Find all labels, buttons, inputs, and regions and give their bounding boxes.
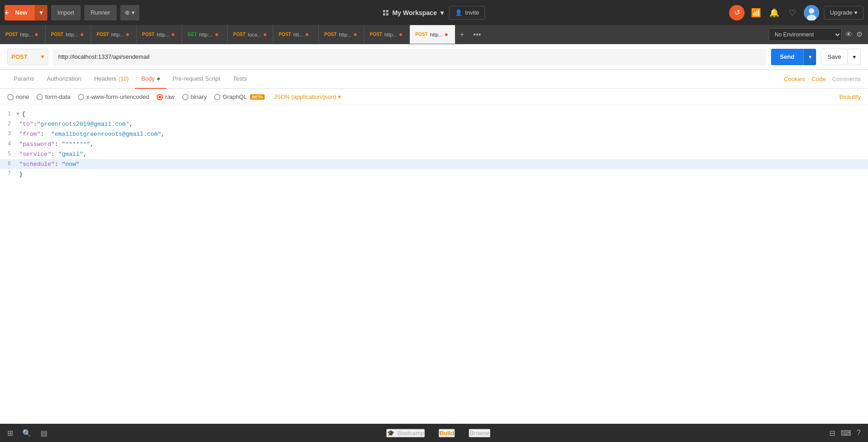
new-dropdown-arrow[interactable]: ▾ [35,5,47,21]
search-icon[interactable]: 🔍 [22,429,31,437]
save-button-group: Save ▾ [821,49,861,65]
tab-9[interactable]: POST http... [410,25,455,44]
shortcuts-icon[interactable]: ⌨ [841,429,851,437]
tab-params[interactable]: Params [7,70,41,89]
tab-5-url: loca... [248,32,261,37]
tab-1[interactable]: POST http... [46,25,91,44]
send-dropdown-button[interactable]: ▾ [803,49,816,65]
format-graphql[interactable]: GraphQL BETA [214,93,265,100]
save-dropdown-button[interactable]: ▾ [848,49,861,65]
raw-label: raw [165,93,175,100]
tab-tests[interactable]: Tests [227,70,253,89]
tab-9-dot [445,33,448,36]
graphql-label: GraphQL [223,93,247,100]
add-tab-button[interactable]: + [455,25,469,44]
tab-7[interactable]: POST http... [319,25,364,44]
navbar-right: ↺ 📶 🔔 ♡ Upgrade ▾ [729,5,863,21]
main-content: POST http... POST http... POST http... P… [0,25,868,424]
sync-icon: ↺ [734,8,740,17]
json-select-button[interactable]: JSON (application/json) ▾ [274,93,341,100]
format-none[interactable]: none [7,93,29,100]
tab-body[interactable]: Body [135,70,166,89]
form-data-label: form-data [45,93,71,100]
line-content-2: "to":"greenroots2019@gmail.com", [19,121,133,128]
line-num-7: 7 [0,171,16,177]
code-line-3: 3 "from": "emailbotgreenrooots@gmail.com… [0,129,868,139]
tab-6[interactable]: POST htt... [273,25,319,44]
tab-9-method: POST [415,32,428,37]
code-line-5: 5 "service": "gmail", [0,149,868,159]
sync-button[interactable]: ↺ [729,5,745,21]
split-view-icon[interactable]: ⊟ [829,429,835,437]
binary-label: binary [191,93,207,100]
tab-0-url: http... [20,32,33,37]
tab-8[interactable]: POST http... [364,25,410,44]
runner-button[interactable]: Runner [84,5,117,21]
raw-radio [157,94,163,100]
code-line-7: 7 } [0,169,868,179]
tab-3-method: POST [142,32,154,37]
code-line-6: 6 "schedule": "now" [0,159,868,169]
comments-link[interactable]: Comments [832,76,861,82]
format-form-data[interactable]: form-data [36,93,71,100]
code-line-2: 2 "to":"greenroots2019@gmail.com", [0,119,868,129]
tab-2[interactable]: POST http... [91,25,137,44]
avatar-svg [804,5,819,21]
environment-select[interactable]: No Environment [769,28,842,41]
tab-0-dot [35,33,38,36]
plus-icon: ⊕ [125,9,130,16]
browse-button[interactable]: Browse [469,429,490,437]
send-button[interactable]: Send [771,49,804,65]
tab-3-url: http... [157,32,169,37]
bottom-center: 🎓 Bootcamp Build Browse [56,429,820,437]
avatar[interactable] [804,5,819,21]
invite-icon: 👤 [455,9,462,16]
upgrade-arrow: ▾ [854,9,858,16]
grid-icon[interactable]: ⊞ [7,429,13,437]
json-type-label: JSON (application/json) [274,93,336,100]
tab-4-url: http:... [199,32,214,37]
cookies-link[interactable]: Cookies [784,76,805,82]
line-num-3: 3 [0,131,16,137]
upgrade-button[interactable]: Upgrade ▾ [824,6,863,20]
none-label: none [16,93,29,100]
bootcamp-button[interactable]: 🎓 Bootcamp [386,429,425,437]
method-select[interactable]: POST ▾ [7,49,48,65]
console-icon[interactable]: ▤ [41,429,47,437]
tab-4-method: GET [188,32,197,37]
code-link[interactable]: Code [812,76,826,82]
tab-5[interactable]: POST loca... [228,25,273,44]
tab-prerequest[interactable]: Pre-request Script [166,70,227,89]
build-button[interactable]: Build [439,429,455,437]
tab-8-method: POST [370,32,382,37]
graphql-radio [214,94,220,100]
tab-0[interactable]: POST http... [0,25,46,44]
code-editor[interactable]: 1 ▼ { 2 "to":"greenroots2019@gmail.com",… [0,105,868,424]
beautify-button[interactable]: Beautify [839,93,861,100]
help-icon[interactable]: ? [857,429,861,437]
workspace-button[interactable]: My Workspace ▾ [383,9,444,16]
bell-icon[interactable]: 🔔 [767,8,781,18]
format-binary[interactable]: binary [182,93,207,100]
format-raw[interactable]: raw [157,93,175,100]
tab-headers[interactable]: Headers (10) [88,70,135,89]
import-button[interactable]: Import [51,5,81,21]
eye-icon[interactable]: 👁 [845,31,853,39]
settings-icon[interactable]: ⚙ [856,30,863,39]
code-line-4: 4 "password": "******", [0,139,868,149]
json-dropdown-arrow: ▾ [338,93,341,100]
new-button[interactable]: + New ▾ [5,5,47,21]
heart-icon[interactable]: ♡ [786,8,799,18]
tabs-right: No Environment 👁 ⚙ [763,25,868,44]
more-tabs-button[interactable]: ••• [469,25,485,44]
save-button[interactable]: Save [821,49,848,65]
tab-3[interactable]: POST http... [137,25,182,44]
plus-button[interactable]: ⊕ ▾ [120,5,139,21]
url-input[interactable] [53,49,766,65]
invite-button[interactable]: 👤 Invite [449,6,485,20]
format-urlencoded[interactable]: x-www-form-urlencoded [78,93,149,100]
line-num-4: 4 [0,141,16,147]
tab-4[interactable]: GET http:... [182,25,228,44]
tab-authorization[interactable]: Authorization [41,70,88,89]
signal-icon[interactable]: 📶 [749,8,763,18]
